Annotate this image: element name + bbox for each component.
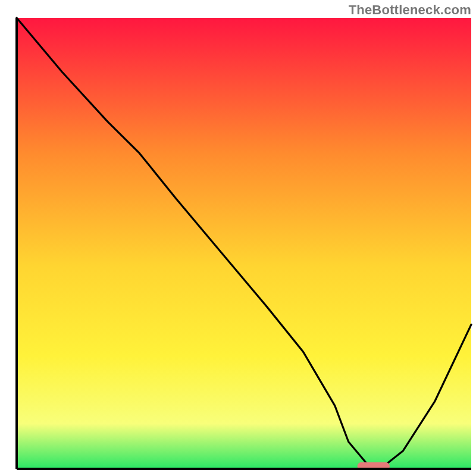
plot-area: [17, 18, 471, 470]
gradient-background: [17, 18, 471, 469]
chart-container: TheBottleneck.com: [0, 0, 476, 476]
bottleneck-chart: [0, 0, 476, 476]
watermark-label: TheBottleneck.com: [349, 2, 471, 18]
